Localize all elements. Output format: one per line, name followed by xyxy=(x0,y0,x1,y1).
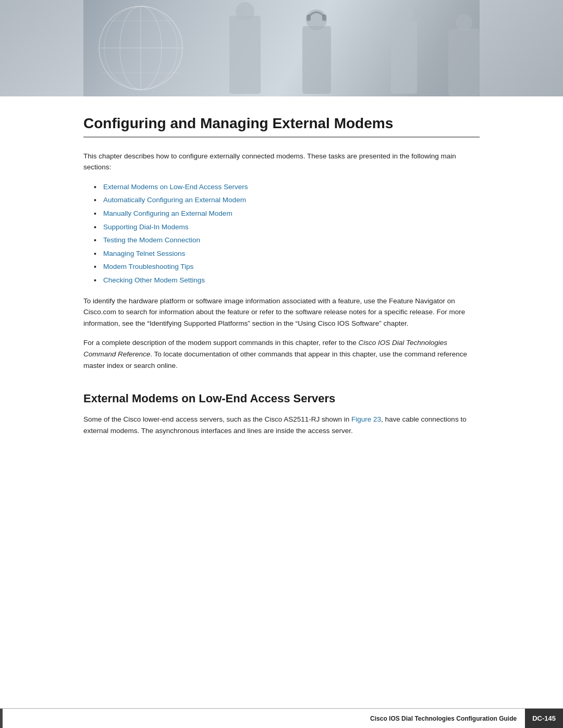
footer-book-title: Cisco IOS Dial Technologies Configuratio… xyxy=(3,715,525,722)
paragraph-2: To identify the hardware platform or sof… xyxy=(83,295,480,329)
svg-rect-15 xyxy=(307,15,311,21)
link-dialin[interactable]: Supporting Dial-In Modems xyxy=(103,223,189,231)
list-item: Managing Telnet Sessions xyxy=(94,248,480,260)
link-auto-config[interactable]: Automatically Configuring an External Mo… xyxy=(103,196,246,204)
link-other-settings[interactable]: Checking Other Modem Settings xyxy=(103,276,205,284)
svg-point-8 xyxy=(236,2,254,21)
figure23-link[interactable]: Figure 23 xyxy=(351,415,381,423)
title-divider xyxy=(83,137,480,138)
svg-rect-11 xyxy=(391,21,417,94)
header-image xyxy=(0,0,563,96)
section1-heading: External Modems on Low-End Access Server… xyxy=(83,392,480,405)
list-item: Checking Other Modem Settings xyxy=(94,275,480,286)
footer-page-number: DC-145 xyxy=(525,709,563,729)
page-content: Configuring and Managing External Modems… xyxy=(0,115,563,487)
header-image-inner xyxy=(83,0,480,96)
section1-paragraph: Some of the Cisco lower-end access serve… xyxy=(83,414,480,436)
link-telnet[interactable]: Managing Telnet Sessions xyxy=(103,250,185,257)
list-item: Automatically Configuring an External Mo… xyxy=(94,194,480,206)
svg-rect-16 xyxy=(322,15,326,21)
section1-para-before: Some of the Cisco lower-end access serve… xyxy=(83,415,351,423)
intro-paragraph: This chapter describes how to configure … xyxy=(83,151,480,173)
svg-point-14 xyxy=(456,14,472,31)
link-troubleshooting[interactable]: Modem Troubleshooting Tips xyxy=(103,263,193,270)
paragraph-3-before: For a complete description of the modem … xyxy=(83,339,359,347)
svg-rect-9 xyxy=(302,26,331,94)
paragraph-3: For a complete description of the modem … xyxy=(83,337,480,371)
page-footer: Cisco IOS Dial Technologies Configuratio… xyxy=(0,708,563,728)
list-item: External Modems on Low-End Access Server… xyxy=(94,181,480,193)
list-item: Supporting Dial-In Modems xyxy=(94,221,480,233)
svg-point-12 xyxy=(395,6,413,23)
link-manual-config[interactable]: Manually Configuring an External Modem xyxy=(103,209,232,217)
link-external-modems[interactable]: External Modems on Low-End Access Server… xyxy=(103,183,248,191)
svg-rect-13 xyxy=(448,29,480,96)
link-testing[interactable]: Testing the Modem Connection xyxy=(103,236,200,244)
chapter-title: Configuring and Managing External Modems xyxy=(83,115,480,132)
chapter-links-list: External Modems on Low-End Access Server… xyxy=(94,181,480,286)
svg-rect-7 xyxy=(229,16,261,94)
list-item: Manually Configuring an External Modem xyxy=(94,208,480,219)
list-item: Testing the Modem Connection xyxy=(94,235,480,246)
list-item: Modem Troubleshooting Tips xyxy=(94,261,480,273)
